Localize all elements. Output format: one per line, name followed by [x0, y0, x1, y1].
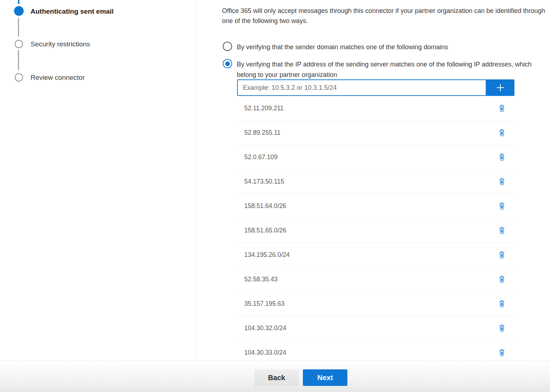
- step-label-security-restrictions: Security restrictions: [31, 40, 90, 49]
- ip-list-item: 35.157.195.63: [236, 292, 514, 316]
- step-indicator-review-connector: [15, 73, 23, 82]
- ip-list-item: 52.58.35.43: [236, 267, 514, 292]
- trash-icon: [498, 251, 506, 259]
- ip-value: 134.195.26.0/24: [244, 251, 497, 259]
- ip-value: 104.30.32.0/24: [244, 324, 497, 332]
- radio-unselected-icon[interactable]: [223, 42, 232, 51]
- step-label-review-connector: Review connector: [31, 73, 85, 82]
- delete-ip-button[interactable]: [497, 201, 507, 211]
- ip-value: 52.58.35.43: [244, 276, 497, 283]
- ip-value: 52.11.209.211: [244, 105, 497, 112]
- trash-icon: [498, 104, 506, 112]
- step-indicator-security-restrictions: [15, 40, 23, 48]
- delete-ip-button[interactable]: [497, 177, 507, 186]
- delete-ip-button[interactable]: [497, 226, 507, 235]
- ip-list-item: 52.89.255.11: [236, 121, 514, 145]
- wizard-footer: Back Next: [0, 361, 550, 392]
- trash-icon: [498, 153, 506, 161]
- ip-list-item: 54.173.50.115: [236, 170, 514, 194]
- ip-entry-row: [237, 79, 514, 96]
- plus-icon: [495, 82, 506, 93]
- radio-selected-icon[interactable]: [223, 59, 232, 68]
- trash-icon: [498, 226, 506, 235]
- ip-value: 52.0.67.109: [244, 153, 497, 161]
- step-label-authenticating-sent-email: Authenticating sent email: [31, 7, 114, 16]
- ip-value: 54.173.50.115: [244, 178, 497, 185]
- next-button[interactable]: Next: [303, 369, 347, 386]
- ip-value: 158.51.64.0/26: [244, 202, 497, 210]
- stepper-connector-top: [18, 0, 19, 4]
- option-ip-address-label: By verifying that the IP address of the …: [237, 59, 532, 80]
- intro-text: Office 365 will only accept messages thr…: [222, 6, 547, 26]
- ip-value: 104.30.33.0/24: [244, 349, 497, 356]
- trash-icon: [498, 202, 506, 210]
- wizard-stepper-sidebar: Authenticating sent email Security restr…: [0, 0, 196, 361]
- delete-ip-button[interactable]: [497, 323, 507, 333]
- ip-value: 52.89.255.11: [244, 129, 497, 137]
- trash-icon: [498, 129, 506, 137]
- stepper-connector: [18, 50, 19, 70]
- ip-address-list: 52.11.209.211 52.89.255.11 52.0.67.109 5…: [236, 96, 514, 360]
- ip-list-item: 158.51.64.0/26: [236, 194, 514, 218]
- add-ip-button[interactable]: [486, 79, 514, 96]
- connector-auth-panel: Office 365 will only accept messages thr…: [222, 0, 550, 360]
- ip-list-item: 104.30.33.0/24: [236, 341, 514, 360]
- trash-icon: [498, 349, 506, 357]
- ip-address-input[interactable]: [237, 79, 486, 96]
- trash-icon: [498, 177, 506, 186]
- ip-list-item: 52.11.209.211: [236, 96, 514, 121]
- ip-list-item: 52.0.67.109: [236, 145, 514, 170]
- option-sender-domain[interactable]: By verifying that the sender domain matc…: [223, 42, 448, 52]
- delete-ip-button[interactable]: [497, 103, 507, 113]
- trash-icon: [498, 275, 506, 283]
- trash-icon: [498, 300, 506, 308]
- trash-icon: [498, 324, 506, 332]
- delete-ip-button[interactable]: [497, 275, 507, 284]
- delete-ip-button[interactable]: [497, 152, 507, 162]
- option-ip-address[interactable]: By verifying that the IP address of the …: [223, 59, 532, 80]
- step-indicator-authenticating-sent-email: [14, 6, 24, 16]
- stepper-connector: [18, 18, 19, 37]
- delete-ip-button[interactable]: [497, 348, 507, 358]
- ip-list-item: 104.30.32.0/24: [236, 316, 514, 341]
- ip-value: 158.51.65.0/26: [244, 227, 497, 234]
- delete-ip-button[interactable]: [497, 299, 507, 309]
- delete-ip-button[interactable]: [497, 128, 507, 138]
- ip-value: 35.157.195.63: [244, 300, 497, 308]
- ip-list-item: 158.51.65.0/26: [236, 218, 514, 243]
- ip-list-item: 134.195.26.0/24: [236, 243, 514, 267]
- back-button[interactable]: Back: [254, 369, 299, 386]
- option-sender-domain-label: By verifying that the sender domain matc…: [237, 42, 448, 52]
- delete-ip-button[interactable]: [497, 250, 507, 260]
